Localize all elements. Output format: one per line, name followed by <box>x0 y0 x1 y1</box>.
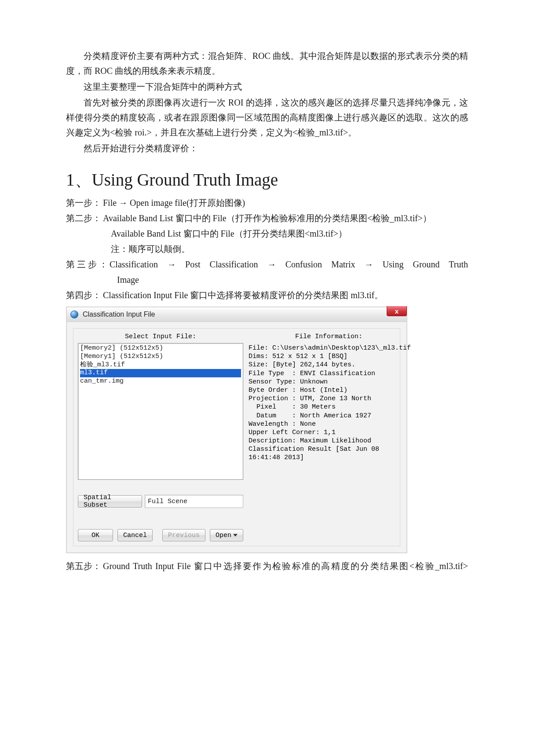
spatial-subset-value: Full Scene <box>145 495 243 508</box>
step-1: 第一步： File → Open image file(打开原始图像) <box>66 196 468 210</box>
list-item[interactable]: can_tmr.img <box>80 377 241 386</box>
paragraph: 这里主要整理一下混合矩阵中的两种方式 <box>66 79 468 94</box>
step-body: File → Open image file(打开原始图像) <box>103 196 468 210</box>
document-page: 分类精度评价主要有两种方式：混合矩阵、ROC 曲线。其中混合矩阵是以数据的形式表… <box>0 0 534 756</box>
step-subline: 注：顺序可以颠倒。 <box>111 242 468 256</box>
list-item[interactable]: 检验_ml3.tif <box>80 361 241 369</box>
list-item-selected[interactable]: ml3.tif <box>80 369 241 377</box>
open-label: Open <box>216 532 231 539</box>
select-input-file-label: Select Input File: <box>78 333 243 340</box>
chevron-down-icon <box>233 534 238 537</box>
close-icon: x <box>395 307 399 315</box>
envi-logo-icon <box>70 310 78 318</box>
open-dropdown-button[interactable]: Open <box>210 529 243 541</box>
step-label: 第五步： <box>66 559 101 573</box>
paragraph: 分类精度评价主要有两种方式：混合矩阵、ROC 曲线。其中混合矩阵是以数据的形式表… <box>66 48 468 78</box>
list-item[interactable]: [Memory2] (512x512x5) <box>80 344 241 353</box>
list-item[interactable]: [Memory1] (512x512x5) <box>80 353 241 361</box>
spatial-subset-button[interactable]: Spatial Subset <box>78 495 142 508</box>
step-subline: Image <box>117 273 468 287</box>
dialog-body: Select Input File: [Memory2] (512x512x5)… <box>67 322 406 552</box>
right-column: File Information: File: C:\Users\admin\D… <box>248 331 410 541</box>
step-subline: Available Band List 窗口中的 File（打开分类结果图<ml… <box>111 227 468 241</box>
paragraph: 首先对被分类的原图像再次进行一次 ROI 的选择，这次的感兴趣区的选择尽量只选择… <box>66 95 468 140</box>
step-3: 第 三 步 ： Classification → Post Classifica… <box>66 258 468 271</box>
file-information-text: File: C:\Users\admin\Desktop\123\_ml3.ti… <box>248 343 410 463</box>
step-body: Classification → Post Classification → C… <box>110 258 468 271</box>
section-heading: 1、Using Ground Truth Image <box>66 168 468 192</box>
cancel-button[interactable]: Cancel <box>117 529 153 541</box>
close-button[interactable]: x <box>387 306 407 316</box>
left-column: Select Input File: [Memory2] (512x512x5)… <box>78 331 243 541</box>
dialog-classification-input-file: Classification Input File x Select Input… <box>66 307 407 553</box>
step-body: Classification Input File 窗口中选择将要被精度评价的分… <box>103 289 468 302</box>
step-2: 第二步： Available Band List 窗口中的 File（打开作为检… <box>66 212 468 225</box>
ok-button[interactable]: OK <box>78 529 113 541</box>
file-listbox[interactable]: [Memory2] (512x512x5) [Memory1] (512x512… <box>78 343 243 480</box>
file-information-label: File Information: <box>248 333 410 340</box>
paragraph: 然后开始进行分类精度评价： <box>66 141 468 156</box>
step-body: Ground Truth Input File 窗口中选择要作为检验标准的高精度… <box>103 559 468 573</box>
step-label: 第四步： <box>66 289 101 302</box>
step-5: 第五步： Ground Truth Input File 窗口中选择要作为检验标… <box>66 559 468 573</box>
step-body: Available Band List 窗口中的 File（打开作为检验标准用的… <box>103 212 468 225</box>
step-4: 第四步： Classification Input File 窗口中选择将要被精… <box>66 289 468 302</box>
step-label: 第二步： <box>66 212 101 225</box>
dialog-titlebar[interactable]: Classification Input File x <box>67 307 406 322</box>
dialog-inner-panel: Select Input File: [Memory2] (512x512x5)… <box>73 328 400 546</box>
step-label: 第 三 步 ： <box>66 258 108 271</box>
dialog-title: Classification Input File <box>83 310 155 318</box>
previous-button: Previous <box>162 529 205 541</box>
step-label: 第一步： <box>66 196 101 210</box>
